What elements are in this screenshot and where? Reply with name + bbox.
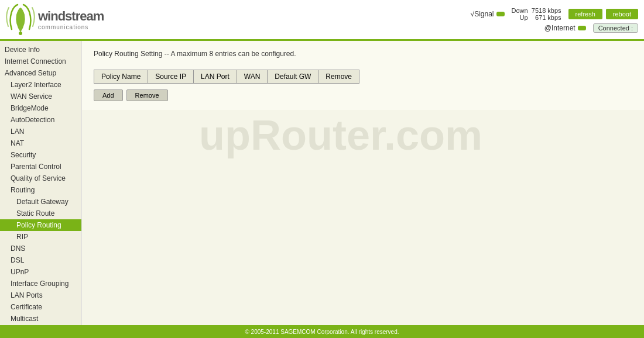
up-speed: 671 kbps (535, 14, 561, 21)
main-layout: Device InfoInternet ConnectionAdvanced S… (0, 41, 644, 325)
page-description: Policy Routing Setting -- A maximum 8 en… (94, 50, 632, 58)
internet-indicator (578, 26, 586, 30)
status-row-bottom: @Internet Connected : (544, 23, 638, 33)
sidebar-item-lan-ports[interactable]: LAN Ports (0, 289, 81, 301)
speeds-display: Down 7518 kbps Up 671 kbps (512, 7, 561, 21)
add-button[interactable]: Add (94, 89, 123, 101)
internet-status: @Internet (544, 24, 586, 32)
sidebar-item-certificate[interactable]: Certificate (0, 301, 81, 313)
sidebar-item-layer2-interface[interactable]: Layer2 Interface (0, 79, 81, 91)
sidebar-item-bridgemode[interactable]: BridgeMode (0, 102, 81, 114)
sidebar-item-quality-of-service[interactable]: Quality of Service (0, 173, 81, 184)
footer: © 2005-2011 SAGEMCOM Corporation. All ri… (0, 325, 644, 338)
svg-point-0 (19, 32, 22, 35)
reboot-button[interactable]: reboot (606, 9, 638, 19)
sidebar-item-parental-control[interactable]: Parental Control (0, 161, 81, 173)
sidebar-item-routing[interactable]: Routing (0, 184, 81, 196)
table-header-default-gw: Default GW (268, 70, 318, 84)
signal-status: √Signal (471, 10, 505, 18)
sidebar-item-multicast[interactable]: Multicast (0, 313, 81, 325)
refresh-button[interactable]: refresh (568, 9, 602, 19)
table-header-row: Policy NameSource IPLAN PortWANDefault G… (94, 70, 359, 84)
remove-button[interactable]: Remove (126, 89, 168, 101)
sidebar-item-interface-grouping[interactable]: Interface Grouping (0, 278, 81, 289)
sidebar-item-policy-routing[interactable]: Policy Routing (0, 219, 81, 231)
logo-area: windstream communications (6, 3, 104, 37)
up-label: Up (520, 14, 528, 21)
sidebar-item-wireless[interactable]: Wireless (0, 325, 81, 325)
table-header-policy-name: Policy Name (94, 70, 148, 84)
sidebar-item-wan-service[interactable]: WAN Service (0, 91, 81, 102)
down-label: Down (512, 7, 528, 14)
sidebar-item-dns[interactable]: DNS (0, 243, 81, 254)
table-header-remove: Remove (318, 70, 359, 84)
table-header-lan-port: LAN Port (194, 70, 237, 84)
footer-copyright: © 2005-2011 SAGEMCOM Corporation. All ri… (245, 329, 399, 335)
signal-indicator (496, 12, 505, 16)
button-row: Add Remove (94, 89, 632, 101)
sidebar-item-security[interactable]: Security (0, 149, 81, 161)
logo-text: windstream communications (38, 9, 104, 30)
connected-label: Connected : (598, 25, 633, 32)
sidebar-item-device-info[interactable]: Device Info (0, 44, 81, 56)
internet-label: @Internet (544, 24, 576, 32)
header-right: √Signal Down 7518 kbps Up 671 kbps refre… (471, 7, 638, 33)
signal-label: √Signal (471, 10, 494, 18)
sidebar-item-internet-connection[interactable]: Internet Connection (0, 56, 81, 67)
connected-status: Connected : (593, 23, 638, 33)
header: windstream communications √Signal Down 7… (0, 0, 644, 41)
logo-brand: windstream (38, 9, 104, 24)
sidebar-item-rip[interactable]: RIP (0, 231, 81, 243)
sidebar: Device InfoInternet ConnectionAdvanced S… (0, 41, 82, 325)
sidebar-item-default-gateway[interactable]: Default Gateway (0, 196, 81, 208)
content-wrapper: upRouter.com Policy Routing Setting -- A… (82, 41, 644, 325)
down-speed: 7518 kbps (532, 7, 561, 14)
sidebar-item-advanced-setup[interactable]: Advanced Setup (0, 67, 81, 79)
sidebar-item-dsl[interactable]: DSL (0, 254, 81, 266)
table-header-source-ip: Source IP (148, 70, 194, 84)
windstream-logo-icon (6, 3, 35, 37)
sidebar-item-autodetection[interactable]: AutoDetection (0, 114, 81, 126)
watermark: upRouter.com (199, 111, 482, 159)
sidebar-item-static-route[interactable]: Static Route (0, 208, 81, 219)
status-row-top: √Signal Down 7518 kbps Up 671 kbps refre… (471, 7, 638, 21)
sidebar-item-upnp[interactable]: UPnP (0, 266, 81, 278)
header-buttons: refresh reboot (568, 9, 638, 19)
logo-sub: communications (38, 24, 104, 30)
main-content: Policy Routing Setting -- A maximum 8 en… (82, 41, 644, 110)
policy-table: Policy NameSource IPLAN PortWANDefault G… (94, 70, 359, 84)
table-header-wan: WAN (237, 70, 268, 84)
sidebar-item-nat[interactable]: NAT (0, 137, 81, 149)
sidebar-item-lan[interactable]: LAN (0, 126, 81, 137)
